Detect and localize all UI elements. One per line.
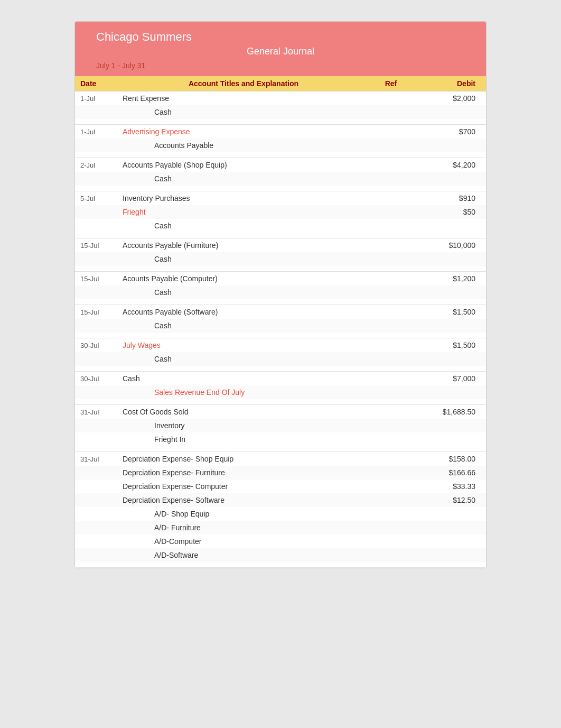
entry-group: 15-JulAccounts Payable (Furniture)$10,00… [75,238,486,272]
entry-group: 5-JulInventory Purchases$910Frieght$50Ca… [75,191,486,238]
table-row: Frieght$50 [75,205,486,219]
journal-body: 1-JulRent Expense$2,000Cash1-JulAdvertis… [75,91,486,568]
cell-account: A/D-Computer [123,537,364,546]
cell-account: Cash [123,374,364,383]
table-row: 30-JulJuly Wages$1,500 [75,338,486,352]
column-headers: Date Account Titles and Explanation Ref … [75,76,486,91]
col-header-ref: Ref [364,79,417,88]
cell-account: Cash [123,321,364,330]
table-row: 1-JulRent Expense$2,000 [75,91,486,105]
table-row: 30-JulCash$7,000 [75,372,486,385]
cell-debit: $33.33 [417,482,481,491]
cell-debit: $10,000 [417,241,481,250]
cell-date: 15-Jul [80,242,123,250]
cell-account: A/D-Software [123,551,364,559]
spacer [75,186,486,191]
cell-debit: $12.50 [417,496,481,504]
cell-debit: $910 [417,194,481,202]
cell-debit: $166.66 [417,468,481,477]
spacer [75,366,486,371]
cell-account: Cash [123,288,364,297]
journal-title: General Journal [86,46,475,57]
cell-account: Cash [123,355,364,363]
spacer [75,299,486,305]
cell-account: Accounts Payable [123,141,364,150]
table-row: 5-JulInventory Purchases$910 [75,191,486,205]
cell-account: July Wages [123,341,364,349]
cell-date: 5-Jul [80,195,123,202]
col-header-date: Date [80,79,123,88]
cell-debit: $1,500 [417,308,481,316]
entry-group: 1-JulAdvertising Expense$700Accounts Pay… [75,125,486,158]
table-row: 15-JulAccounts Payable (Furniture)$10,00… [75,238,486,252]
cell-account: Cost Of Goods Sold [123,408,364,416]
cell-account: Acounts Payable (Computer) [123,274,364,283]
cell-date: 15-Jul [80,308,123,316]
table-row: Cash [75,252,486,266]
cell-date: 15-Jul [80,275,123,283]
table-row: Cash [75,105,486,119]
spacer [75,446,486,451]
cell-account: Inventory [123,421,364,430]
entry-group: 31-JulCost Of Goods Sold$1,688.50Invento… [75,405,486,452]
cell-debit: $4,200 [417,161,481,169]
entry-group: 30-JulCash$7,000Sales Revenue End Of Jul… [75,372,486,405]
cell-debit: $700 [417,127,481,136]
spacer [75,152,486,158]
cell-date: 1-Jul [80,95,123,103]
cell-account: Sales Revenue End Of July [123,388,364,397]
table-row: A/D-Computer [75,535,486,548]
table-row: Deprciation Expense- Computer$33.33 [75,480,486,493]
table-row: Inventory [75,419,486,432]
col-header-account: Account Titles and Explanation [123,79,364,88]
cell-account: Accounts Payable (Shop Equip) [123,161,364,169]
table-row: Frieght In [75,432,486,446]
cell-account: Deprciation Expense- Software [123,496,364,504]
cell-account: Cash [123,174,364,183]
table-row: A/D- Furniture [75,521,486,535]
table-row: 31-JulCost Of Goods Sold$1,688.50 [75,405,486,419]
table-row: 15-JulAccounts Payable (Software)$1,500 [75,305,486,319]
table-row: A/D-Software [75,548,486,562]
table-row: Cash [75,219,486,233]
table-row: Cash [75,285,486,299]
cell-account: Advertising Expense [123,127,364,136]
table-row: Cash [75,319,486,333]
table-row: Deprciation Expense- Software$12.50 [75,493,486,507]
spacer [75,119,486,124]
cell-debit: $1,500 [417,341,481,349]
journal-container: Chicago Summers General Journal July 1 -… [74,21,487,568]
table-row: 1-JulAdvertising Expense$700 [75,125,486,139]
table-row: Deprciation Expense- Furniture$166.66 [75,466,486,480]
table-row: A/D- Shop Equip [75,507,486,521]
entry-group: 31-JulDeprciation Expense- Shop Equip$15… [75,452,486,568]
cell-date: 30-Jul [80,375,123,383]
cell-account: Cash [123,255,364,263]
spacer [75,233,486,238]
cell-debit: $50 [417,208,481,216]
table-row: 2-JulAccounts Payable (Shop Equip)$4,200 [75,158,486,172]
table-row: Cash [75,172,486,186]
entry-group: 15-JulAccounts Payable (Software)$1,500C… [75,305,486,338]
cell-date: 2-Jul [80,161,123,169]
table-row: 15-JulAcounts Payable (Computer)$1,200 [75,272,486,285]
cell-debit: $1,688.50 [417,408,481,416]
cell-account: Accounts Payable (Software) [123,308,364,316]
cell-account: Cash [123,222,364,230]
cell-account: Cash [123,108,364,116]
spacer [75,399,486,404]
cell-debit: $1,200 [417,274,481,283]
cell-debit: $7,000 [417,374,481,383]
cell-date: 30-Jul [80,342,123,349]
date-range: July 1 - July 31 [86,61,475,70]
cell-account: Rent Expense [123,94,364,103]
cell-account: Frieght In [123,435,364,444]
entry-group: 15-JulAcounts Payable (Computer)$1,200Ca… [75,272,486,305]
table-row: Sales Revenue End Of July [75,385,486,399]
company-name: Chicago Summers [86,30,475,44]
cell-account: Frieght [123,208,364,216]
cell-date: 31-Jul [80,408,123,416]
cell-debit: $158.00 [417,455,481,463]
spacer [75,562,486,567]
cell-account: Deprciation Expense- Furniture [123,468,364,477]
